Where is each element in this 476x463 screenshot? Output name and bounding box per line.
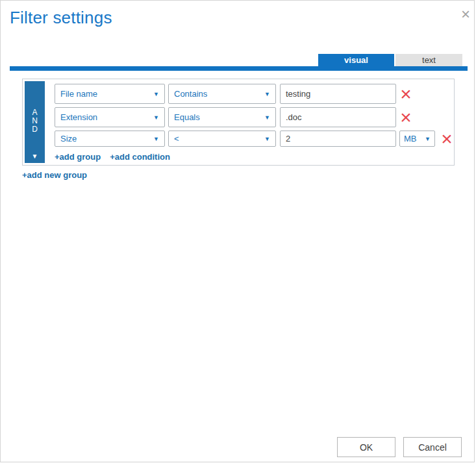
chevron-down-icon: ▼: [264, 91, 270, 97]
chevron-down-icon: ▼: [153, 114, 159, 121]
operator-select[interactable]: Contains ▼: [168, 84, 276, 104]
close-button[interactable]: ×: [457, 6, 474, 23]
delete-condition-button[interactable]: ×: [398, 84, 414, 104]
group-links: +add group +add condition: [55, 152, 170, 162]
operator-select[interactable]: < ▼: [168, 131, 276, 147]
chevron-down-icon: ▼: [153, 136, 159, 142]
unit-select-value: MB: [404, 134, 417, 144]
chevron-down-icon: ▼: [153, 91, 159, 97]
cancel-button-label: Cancel: [418, 442, 447, 453]
chevron-down-icon: ▼: [264, 114, 270, 121]
tab-text[interactable]: text: [395, 54, 462, 66]
field-select[interactable]: File name ▼: [55, 84, 165, 104]
tab-text-label: text: [422, 55, 436, 65]
ok-button-label: OK: [360, 442, 373, 453]
add-new-group-link[interactable]: +add new group: [22, 170, 87, 180]
operator-letter: D: [32, 125, 38, 134]
collapse-group-icon[interactable]: ▼: [25, 153, 45, 160]
operator-select-value: Contains: [174, 89, 207, 99]
unit-select[interactable]: MB ▼: [399, 131, 435, 147]
field-select[interactable]: Extension ▼: [55, 107, 165, 127]
cancel-button[interactable]: Cancel: [403, 437, 462, 457]
field-select-value: Size: [60, 134, 77, 144]
add-condition-link[interactable]: +add condition: [110, 152, 170, 162]
filter-group: A N D ▼ File name ▼ Contains ▼ × Extensi…: [22, 79, 455, 166]
value-input[interactable]: [280, 84, 396, 104]
delete-icon: ×: [400, 108, 412, 127]
group-operator-bar[interactable]: A N D ▼: [25, 81, 45, 163]
chevron-down-icon: ▼: [264, 136, 270, 142]
accent-underline: [10, 66, 468, 71]
group-operator-label: A N D: [25, 108, 45, 134]
page-title: Filter settings: [10, 8, 112, 28]
field-select-value: Extension: [60, 112, 97, 122]
operator-select-value: Equals: [174, 112, 200, 122]
chevron-down-icon: ▼: [425, 136, 431, 142]
field-select-value: File name: [60, 89, 97, 99]
delete-icon: ×: [400, 84, 412, 104]
delete-condition-button[interactable]: ×: [439, 131, 455, 147]
ok-button[interactable]: OK: [337, 437, 395, 457]
close-icon: ×: [461, 6, 470, 22]
tab-visual[interactable]: visual: [318, 54, 394, 66]
field-select[interactable]: Size ▼: [55, 131, 165, 147]
filter-settings-dialog: Filter settings × visual text A N D ▼ Fi…: [0, 0, 475, 462]
value-input[interactable]: [280, 131, 396, 147]
tab-visual-label: visual: [344, 55, 368, 65]
add-group-link[interactable]: +add group: [55, 152, 101, 162]
delete-condition-button[interactable]: ×: [398, 107, 414, 127]
value-input[interactable]: [280, 107, 396, 127]
operator-select-value: <: [174, 134, 179, 144]
operator-select[interactable]: Equals ▼: [168, 107, 276, 127]
delete-icon: ×: [441, 129, 453, 149]
